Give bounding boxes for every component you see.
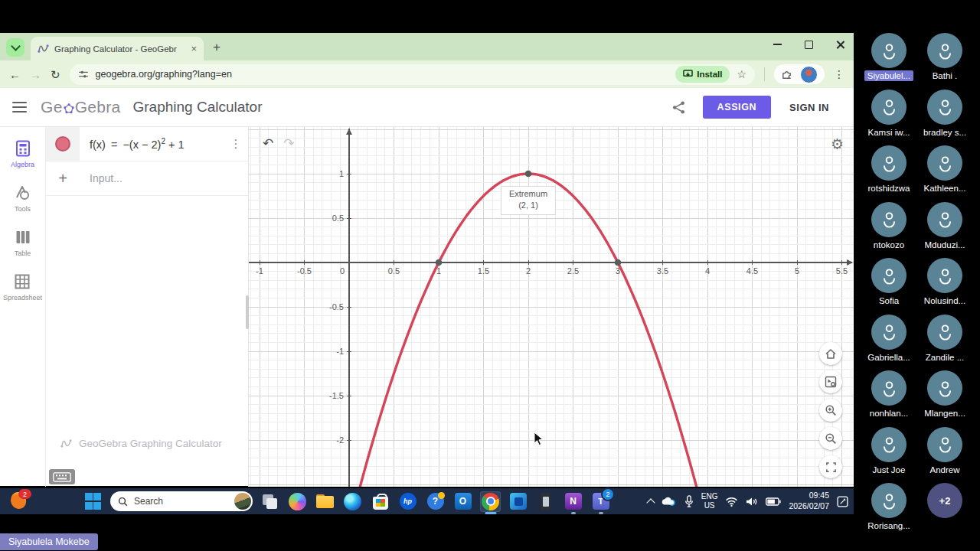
participant-avatar[interactable] xyxy=(927,315,962,350)
algebra-input-row[interactable]: + Input... xyxy=(46,161,248,196)
participant-avatar[interactable] xyxy=(927,33,962,68)
assign-button[interactable]: ASSIGN xyxy=(703,96,772,119)
participant-tile[interactable]: Zandile ... xyxy=(913,315,976,366)
participant-tile[interactable]: Andrew xyxy=(913,427,976,478)
back-button[interactable]: ← xyxy=(9,69,21,80)
sidebar-item-algebra[interactable]: Algebra xyxy=(11,139,34,168)
extremum-label[interactable]: Extremum (2, 1) xyxy=(501,186,556,215)
reload-button[interactable]: ↻ xyxy=(51,69,60,80)
weather-icon[interactable] xyxy=(662,496,677,507)
participant-avatar[interactable] xyxy=(927,427,962,462)
participant-tile[interactable]: Gabriella... xyxy=(858,315,920,366)
function-menu-icon[interactable]: ⋮ xyxy=(224,137,248,151)
participant-tile[interactable]: Nolusind... xyxy=(913,258,976,309)
participant-tile[interactable]: Sofia xyxy=(858,258,920,309)
microphone-icon[interactable] xyxy=(684,495,694,507)
participant-tile[interactable]: Mlangen... xyxy=(913,370,976,422)
extensions-puzzle-icon[interactable] xyxy=(781,69,792,80)
participant-tile[interactable]: Rorisang... xyxy=(858,483,920,534)
virtual-keyboard-button[interactable] xyxy=(49,469,75,484)
show-all-objects-button[interactable] xyxy=(819,370,842,393)
participant-overflow-tile[interactable]: +2 xyxy=(913,483,976,518)
zoom-out-button[interactable] xyxy=(819,427,842,450)
install-app-button[interactable]: Install xyxy=(675,66,730,83)
graphics-view[interactable]: -1-0.500.511.522.533.544.555.510.5-0.5-1… xyxy=(249,127,854,487)
tray-overflow-icon[interactable] xyxy=(646,498,655,507)
participant-avatar[interactable] xyxy=(871,33,906,68)
taskbar-app-file-explorer[interactable] xyxy=(315,491,335,512)
taskbar-app-edge[interactable] xyxy=(342,491,363,512)
sidebar-item-spreadsheet[interactable]: Spreadsheet xyxy=(3,272,42,302)
taskbar-search[interactable]: Search xyxy=(110,491,253,511)
participant-avatar[interactable] xyxy=(871,315,906,350)
taskbar-app-teams[interactable]: T2 xyxy=(590,491,611,512)
root-point[interactable] xyxy=(615,259,622,266)
participant-tile[interactable]: ntokozo xyxy=(858,202,920,253)
participant-avatar[interactable] xyxy=(871,427,906,462)
function-visibility-toggle[interactable] xyxy=(55,136,70,152)
start-button[interactable] xyxy=(83,491,103,512)
bookmark-star-icon[interactable]: ☆ xyxy=(737,68,746,80)
volume-icon[interactable] xyxy=(746,497,758,507)
notification-app-icon[interactable]: 2 xyxy=(11,492,28,510)
participant-avatar[interactable] xyxy=(871,145,906,181)
sign-in-button[interactable]: SIGN IN xyxy=(789,102,829,113)
overflow-count-avatar[interactable]: +2 xyxy=(927,483,962,518)
participant-tile[interactable]: Bathi . xyxy=(913,33,976,84)
graph-canvas[interactable]: -1-0.500.511.522.533.544.555.510.5-0.5-1… xyxy=(249,127,854,487)
wifi-icon[interactable] xyxy=(725,497,738,507)
participant-avatar[interactable] xyxy=(871,258,906,293)
root-point[interactable] xyxy=(436,259,443,266)
extremum-point[interactable] xyxy=(525,171,532,178)
site-info-icon[interactable] xyxy=(78,69,89,80)
url-text[interactable]: geogebra.org/graphing?lang=en xyxy=(96,69,669,80)
sidebar-item-tools[interactable]: Tools xyxy=(14,184,32,213)
taskbar-app-phone-link[interactable] xyxy=(535,491,556,512)
participant-tile[interactable]: bradley s... xyxy=(913,90,976,141)
close-window-button[interactable] xyxy=(836,41,844,49)
browser-menu-icon[interactable]: ⋮ xyxy=(834,68,844,80)
address-bar[interactable]: geogebra.org/graphing?lang=en Install ☆ xyxy=(70,64,755,85)
share-icon[interactable] xyxy=(671,100,686,115)
action-center-icon[interactable] xyxy=(837,496,848,507)
participant-tile[interactable]: Kamsi iw... xyxy=(858,90,920,141)
participant-tile[interactable]: Just Joe xyxy=(858,427,920,478)
fullscreen-button[interactable] xyxy=(819,455,842,478)
taskbar-app-task-view[interactable] xyxy=(260,491,280,512)
minimize-button[interactable] xyxy=(773,44,782,45)
taskbar-app-chrome[interactable] xyxy=(480,491,501,512)
battery-icon[interactable] xyxy=(766,497,781,506)
taskbar-app-get-help[interactable]: ? xyxy=(425,491,446,512)
participant-avatar[interactable] xyxy=(871,370,906,406)
taskbar-app-hp[interactable]: hp xyxy=(397,491,418,512)
participant-tile[interactable]: Kathleen... xyxy=(913,145,976,197)
taskbar-app-ms-store[interactable] xyxy=(370,491,390,512)
function-formula[interactable]: f(x)=−(x − 2)2 + 1 xyxy=(80,137,224,151)
participant-avatar[interactable] xyxy=(927,90,962,125)
undo-button[interactable]: ↶ xyxy=(263,135,273,152)
add-input-icon[interactable]: + xyxy=(46,170,80,187)
standard-view-button[interactable] xyxy=(819,342,842,365)
participant-tile[interactable]: rotshidzwa xyxy=(858,145,920,197)
graph-settings-icon[interactable]: ⚙ xyxy=(831,135,844,153)
tab-search-button[interactable] xyxy=(6,38,24,57)
participant-avatar[interactable] xyxy=(927,145,962,181)
geogebra-logo[interactable]: Ge Gebra xyxy=(41,98,121,116)
taskbar-app-copilot[interactable] xyxy=(287,491,308,512)
browser-tab[interactable]: Graphing Calculator - GeoGebr × xyxy=(31,37,204,60)
language-indicator[interactable]: ENG US xyxy=(701,492,718,511)
participant-tile[interactable]: Mduduzi... xyxy=(913,202,976,253)
profile-avatar[interactable] xyxy=(800,66,818,83)
participant-avatar[interactable] xyxy=(871,202,906,237)
participant-tile[interactable]: Siyabulel... xyxy=(858,33,920,84)
search-highlight-image[interactable] xyxy=(234,493,251,510)
participant-avatar[interactable] xyxy=(927,258,962,293)
participant-avatar[interactable] xyxy=(927,202,962,237)
algebra-input[interactable]: Input... xyxy=(80,172,122,184)
sidebar-item-table[interactable]: Table xyxy=(14,228,32,257)
new-tab-button[interactable]: + xyxy=(213,40,220,55)
algebra-row-function[interactable]: f(x)=−(x − 2)2 + 1 ⋮ xyxy=(46,127,248,161)
taskbar-app-onenote[interactable]: N xyxy=(563,491,583,512)
participant-avatar[interactable] xyxy=(927,370,962,406)
taskbar-app-outlook[interactable]: O xyxy=(452,491,473,512)
